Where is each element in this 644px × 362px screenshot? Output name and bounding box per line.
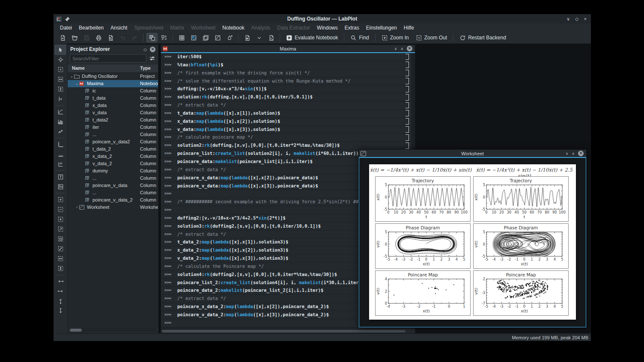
menu-hilfe[interactable]: Hilfe [400,24,417,32]
shift-right-x-icon[interactable] [55,286,66,296]
collapse-arrow-icon[interactable]: ⌄ [75,80,79,87]
layout-list-windows[interactable] [158,33,170,42]
phase-diagram-plot-1[interactable]: Phase Diagram-5-4-3-2-1012345-505x(t)v(t… [375,223,471,269]
worksheet-close-icon[interactable]: ✕ [578,151,584,156]
worksheet-minimize-icon[interactable]: ∨ [566,151,569,156]
tree-row-poincare-v-data-2[interactable]: poincare_v_data_2Column [68,196,158,204]
menu-windows[interactable]: Windows [313,24,341,32]
zoom-origin-icon[interactable] [55,214,66,224]
search-input[interactable] [70,54,146,62]
notebook-close-icon[interactable]: ✕ [407,46,412,51]
collapse-arrow-icon[interactable]: ⌄ [69,73,74,80]
code-cell-6[interactable]: >>>solution:rk(duffing,[x,v],[0,0],[t,0,… [161,93,415,101]
navigate-crosshair-icon[interactable] [55,55,66,65]
column-header-type[interactable]: Type [140,65,151,71]
tree-row-t-data2[interactable]: t_data2Column [68,116,158,124]
code-cell-11[interactable]: >>>/* calculate poincare map */ [161,134,415,142]
new-worksheet[interactable] [212,33,223,42]
new-script[interactable] [265,33,277,42]
tree-row-t-data[interactable]: t_dataColumn [68,95,158,102]
notebook-maximize-icon[interactable]: ∧ [400,47,403,51]
tree-column-headers[interactable]: Name Type [68,64,158,73]
new-workbook[interactable] [200,33,211,42]
restart-backend-button[interactable]: Restart Backend [456,33,509,42]
tree-row-poincare-v-data2[interactable]: poincare_v_data2Column [68,138,158,145]
zoom-select-icon[interactable] [55,65,66,74]
zoom-in-button[interactable]: Zoom In [379,33,412,42]
notebook-minimize-icon[interactable]: ∨ [394,47,397,51]
tree-row-ic[interactable]: icColumn [68,87,158,95]
tree-row-maxima[interactable]: ⌄MaximaNotebook [68,80,158,87]
scrollbar-thumb[interactable] [162,330,405,332]
menu-notebook[interactable]: Notebook [219,24,247,32]
code-cell-7[interactable]: >>>/* extract data */ [161,101,415,110]
new-histogram-icon[interactable] [55,117,66,127]
new-image-icon[interactable] [55,182,66,192]
zoom-out-view-icon[interactable] [55,205,66,214]
zoom-in-view-icon[interactable] [55,195,66,205]
new-plot-icon[interactable] [55,107,66,117]
minimize-button[interactable]: ∨ [566,16,570,22]
pin-icon[interactable] [65,16,70,22]
close-panel-icon[interactable]: ✕ [150,47,155,52]
new-notebook[interactable] [242,33,253,42]
code-cell-2[interactable]: >>>%tau:bfloat(%pi)$ [161,61,415,69]
zoom-x-select-icon[interactable] [55,74,66,84]
new-axis-ticks-icon[interactable] [55,149,66,159]
tree-row-v-data[interactable]: v_dataColumn [68,109,158,116]
select-region-icon[interactable] [55,234,66,244]
shift-left-x-icon[interactable] [55,276,66,286]
new-project[interactable] [57,33,68,42]
tree-row-x-data[interactable]: x_dataColumn [68,102,158,109]
tree-row-more[interactable]: ...Column [68,131,158,138]
worksheet-maximize-icon[interactable]: ∧ [572,151,575,156]
new-matrix[interactable] [188,33,199,42]
new-fit-icon[interactable] [55,127,66,136]
shift-down-y-icon[interactable] [55,306,66,316]
tree-row-dummy[interactable]: dummyColumn [68,167,158,175]
tree-row-more[interactable]: ...Column [68,175,158,182]
code-cell-4[interactable]: >>>/* solve the differential equation wi… [161,77,415,86]
notebook-hscrollbar[interactable] [161,329,415,333]
print[interactable] [93,33,104,42]
worksheet-canvas[interactable]: ẍ(t) = −1/4x³(t) + x(t) − 1/10ẋ(t) + sin… [369,164,576,320]
zoom-out-button[interactable]: Zoom Out [413,33,450,42]
menu-extras[interactable]: Extras [341,24,363,32]
scale-auto-icon[interactable] [55,244,66,254]
evaluate-notebook-button[interactable]: Evaluate Notebook [283,33,341,42]
code-cell-3[interactable]: >>>/* first example with the driving for… [161,69,415,77]
find-button[interactable]: Find [347,33,372,42]
scale-auto-y-icon[interactable] [55,264,66,273]
zoom-y-select-icon[interactable] [55,84,66,94]
tree-row-duffing-oscillator[interactable]: ⌄Duffing OscillatorProject [68,73,158,80]
tree-row-poincare-v-data[interactable]: poincare_v_dataColumn [68,182,158,189]
menu-einstellungen[interactable]: Einstellungen [363,24,400,32]
menu-ansicht[interactable]: Ansicht [107,24,131,32]
tree-row-iter[interactable]: iterColumn [68,124,158,131]
cursor-line-icon[interactable] [55,94,66,104]
scale-auto-x-icon[interactable] [55,254,66,264]
phase-diagram-plot-2[interactable]: Phase Diagram-5-4-3-2-1012345-505x(t)v(t… [473,223,569,269]
layout-tile-windows[interactable] [146,33,158,42]
tree-row-t-data-2[interactable]: t_data_2Column [68,145,158,153]
code-cell-5[interactable]: >>>duffing:[v,-v/10+x-x^3/4+sin(t)]$ [161,85,415,93]
scrollbar-thumb[interactable] [70,329,82,332]
maximize-button[interactable]: ◇ [575,16,578,22]
filter-options-icon[interactable] [148,55,156,62]
close-button[interactable]: × [584,16,587,22]
notebook-title-bar[interactable]: Maxima ∨ ∧ ✕ [161,45,415,52]
select-cursor-icon[interactable] [55,45,66,55]
poincare-map-plot-1[interactable]: Poincare Map-4-3-2-101024x(t)v(t) [375,270,471,316]
project-tree-hscrollbar[interactable] [69,328,157,332]
worksheet-title-bar[interactable]: Worksheet ∨ ∧ ✕ [359,150,586,157]
trajectory-plot-1[interactable]: Trajectory0102030405060708090100-505tx(t… [375,176,471,222]
code-cell-8[interactable]: >>>t_data:map(lambda([x],x[1]),solution)… [161,110,415,118]
print-preview[interactable] [105,33,116,42]
open-project[interactable] [69,33,80,42]
poincare-map-plot-2[interactable]: Poincare Map-5-4-3-2-10123452-3-7x(t)v(t… [473,270,569,316]
code-cell-9[interactable]: >>>x_data:map(lambda([x],x[2]),solution)… [161,118,415,126]
shift-up-y-icon[interactable] [55,296,66,306]
tree-row-v-data-2[interactable]: v_data_2Column [68,160,158,167]
new-axis-icon[interactable] [55,139,66,149]
worksheet-content[interactable]: ẍ(t) = −1/4x³(t) + x(t) − 1/10ẋ(t) + sin… [359,157,586,327]
